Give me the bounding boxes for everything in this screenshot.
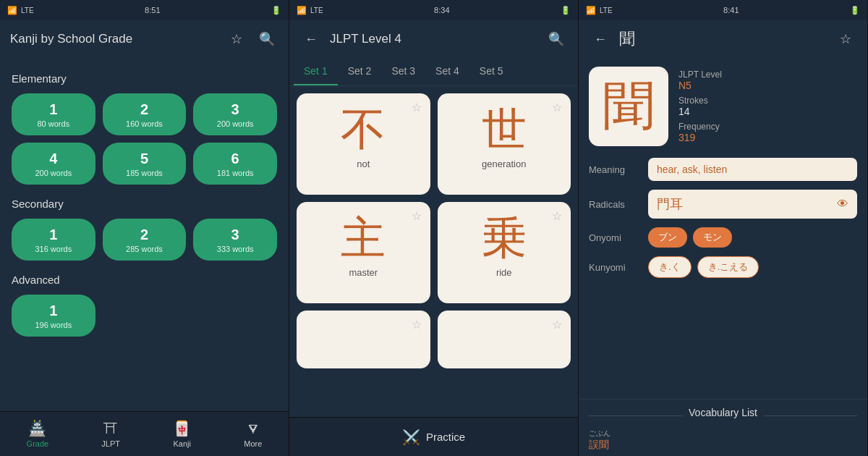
vocab-divider: Vocabulary List (589, 407, 857, 424)
tab-set3[interactable]: Set 3 (381, 58, 425, 85)
kanji-detail-top: 聞 JLPT Level N5 Strokes 14 Frequency 319 (579, 58, 867, 155)
tab-set5[interactable]: Set 5 (469, 58, 514, 85)
star-button-1[interactable]: ☆ (225, 28, 248, 51)
vocab-ruby-1: ごぶん (589, 428, 857, 439)
nav-grade-label: Grade (27, 439, 49, 448)
kanji-card-yo[interactable]: ☆ 世 generation (438, 93, 571, 195)
star-button-3[interactable]: ☆ (834, 28, 857, 51)
more-icon: ⛛ (246, 421, 260, 437)
time-1: 8:51 (145, 6, 160, 14)
kanji-icon: 🀄 (173, 420, 191, 437)
onyomi-tag-1[interactable]: ブン (648, 227, 687, 248)
kanji-title: 聞 (619, 28, 827, 50)
divider-left (589, 415, 683, 416)
kunyomi-tag-1[interactable]: き.く (648, 256, 692, 278)
status-bar-3: 📶 LTE 8:41 🔋 (579, 0, 867, 20)
tab-set1[interactable]: Set 1 (294, 58, 338, 85)
kanji-card-fu[interactable]: ☆ 不 not (297, 93, 430, 195)
signal-icon-2: 📶 (297, 6, 307, 15)
kanji-card-nori[interactable]: ☆ 乗 ride (438, 202, 571, 303)
status-right-3: 🔋 (850, 6, 860, 15)
detail-kunyomi-row: Kunyomi き.く き.こえる (589, 256, 857, 278)
vocab-item-1[interactable]: ごぶん 誤聞 (589, 428, 857, 452)
grade-btn-adv-1[interactable]: 1 196 words (12, 295, 95, 337)
grade-btn-sec-3[interactable]: 3 333 words (193, 219, 277, 261)
secondary-grid: 1 316 words 2 285 words 3 333 words (12, 219, 277, 261)
star-icon-partial-1[interactable]: ☆ (412, 318, 422, 332)
advanced-grid: 1 196 words (12, 295, 277, 337)
kunyomi-tag-2[interactable]: き.こえる (697, 256, 760, 278)
kanji-big-char: 聞 (603, 72, 655, 141)
nav-more[interactable]: ⛛ More (244, 421, 262, 448)
search-button-2[interactable]: 🔍 (545, 28, 568, 51)
status-left-3: 📶 LTE (586, 6, 613, 15)
nav-kanji-label: Kanji (173, 439, 190, 448)
time-3: 8:41 (723, 6, 739, 14)
practice-bar[interactable]: ⚔️ Practice (289, 417, 578, 456)
nav-grade[interactable]: 🏯 Grade (27, 420, 49, 448)
kanji-card-partial-2[interactable]: ☆ (438, 311, 571, 368)
strokes-value: 14 (678, 106, 690, 117)
nav-kanji[interactable]: 🀄 Kanji (173, 420, 191, 448)
battery-icon-1: 🔋 (271, 6, 281, 15)
grade-btn-elem-3[interactable]: 3 200 words (193, 93, 277, 135)
kunyomi-tags: き.く き.こえる (648, 256, 857, 278)
bottom-nav-1: 🏯 Grade ⛩ JLPT 🀄 Kanji ⛛ More (0, 411, 289, 456)
detail-radicals-row: Radicals 門耳 👁 (589, 190, 857, 219)
grade-btn-elem-6[interactable]: 6 181 words (193, 143, 277, 185)
top-bar-3: ← 聞 ☆ (579, 20, 867, 58)
detail-onyomi-row: Onyomi ブン モン (589, 227, 857, 248)
grade-btn-elem-5[interactable]: 5 185 words (103, 143, 187, 185)
radicals-text: 門耳 (657, 195, 683, 213)
elementary-grid: 1 80 words 2 160 words 3 200 words 4 200… (12, 93, 277, 185)
star-icon-nori[interactable]: ☆ (552, 209, 562, 223)
back-button-2[interactable]: ← (299, 28, 323, 51)
grade-content: Elementary 1 80 words 2 160 words 3 200 … (0, 58, 289, 411)
meta-jlpt: JLPT Level N5 (678, 69, 722, 91)
panel-jlpt-level4: 📶 LTE 8:34 🔋 ← JLPT Level 4 🔍 Set 1 Set … (289, 0, 579, 456)
grade-btn-elem-1[interactable]: 1 80 words (12, 93, 95, 135)
star-icon-fu[interactable]: ☆ (412, 101, 422, 114)
lte-label-3: LTE (600, 7, 613, 14)
tab-set4[interactable]: Set 4 (425, 58, 469, 85)
meaning-text: hear, ask, listen (657, 164, 727, 175)
star-icon-partial-2[interactable]: ☆ (552, 318, 562, 332)
meaning-box: hear, ask, listen (648, 158, 857, 181)
back-button-3[interactable]: ← (589, 28, 612, 51)
grade-btn-elem-4[interactable]: 4 200 words (12, 143, 95, 185)
search-button-1[interactable]: 🔍 (255, 28, 278, 51)
kanji-card-partial-1[interactable]: ☆ (297, 311, 430, 368)
onyomi-tags: ブン モン (648, 227, 857, 248)
vocab-kanji-1: 誤聞 (589, 439, 609, 450)
panel-kanji-detail: 📶 LTE 8:41 🔋 ← 聞 ☆ 聞 JLPT Level N5 Strok… (579, 0, 868, 456)
radicals-box[interactable]: 門耳 👁 (648, 190, 857, 219)
battery-icon-2: 🔋 (561, 6, 571, 15)
tab-set2[interactable]: Set 2 (338, 58, 382, 85)
star-icon-shu[interactable]: ☆ (412, 209, 422, 223)
eye-icon[interactable]: 👁 (837, 198, 848, 211)
lte-label-2: LTE (310, 7, 323, 14)
onyomi-tag-2[interactable]: モン (693, 227, 732, 248)
status-left-2: 📶 LTE (297, 6, 323, 15)
meta-frequency: Frequency 319 (678, 122, 722, 143)
panel-kanji-grade: 📶 LTE 8:51 🔋 Kanji by School Grade ☆ 🔍 E… (0, 0, 289, 456)
vocab-section: Vocabulary List ごぶん 誤聞 (579, 399, 867, 456)
nav-jlpt[interactable]: ⛩ JLPT (101, 421, 120, 448)
kanji-card-grid: ☆ 不 not ☆ 世 generation ☆ 主 master ☆ 乗 ri… (289, 86, 578, 417)
detail-rows: Meaning hear, ask, listen Radicals 門耳 👁 … (579, 155, 867, 399)
status-bar-2: 📶 LTE 8:34 🔋 (289, 0, 578, 20)
jlpt-icon: ⛩ (103, 421, 118, 437)
divider-right (763, 415, 857, 416)
kanji-big-box: 聞 (589, 67, 668, 146)
practice-icon: ⚔️ (402, 428, 420, 446)
grade-btn-elem-2[interactable]: 2 160 words (103, 93, 187, 135)
kanji-card-shu[interactable]: ☆ 主 master (297, 202, 430, 303)
nav-more-label: More (244, 439, 262, 448)
vocab-title: Vocabulary List (689, 407, 757, 418)
section-title-secondary: Secondary (12, 198, 277, 210)
kanji-meta: JLPT Level N5 Strokes 14 Frequency 319 (678, 67, 722, 143)
grade-btn-sec-2[interactable]: 2 285 words (103, 219, 187, 261)
grade-btn-sec-1[interactable]: 1 316 words (12, 219, 95, 261)
star-icon-yo[interactable]: ☆ (552, 101, 562, 114)
grade-icon: 🏯 (28, 420, 46, 437)
